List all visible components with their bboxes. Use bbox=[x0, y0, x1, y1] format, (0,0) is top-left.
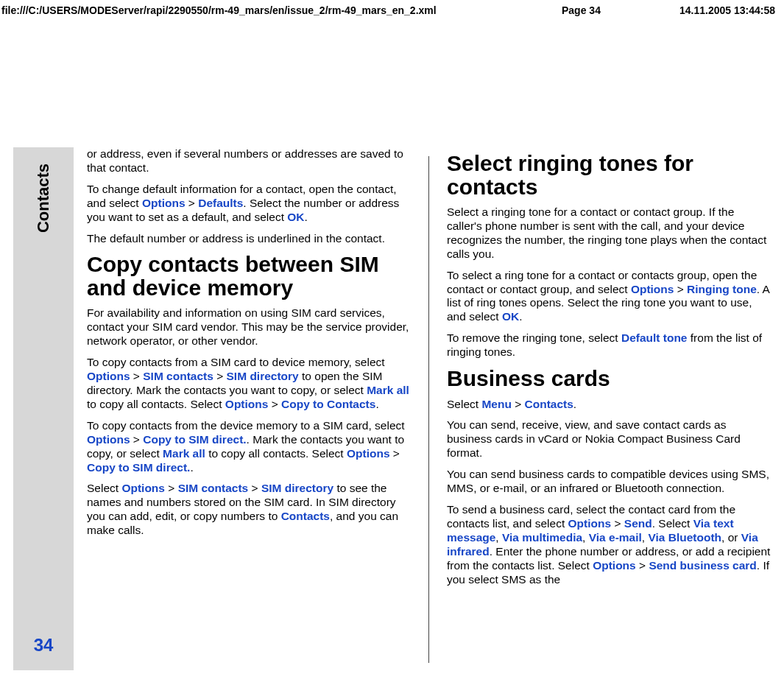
text: . bbox=[375, 398, 378, 410]
ui-option: Mark all bbox=[367, 384, 409, 396]
ui-option: Ringing tone bbox=[687, 283, 757, 295]
ui-option: Options bbox=[142, 197, 186, 209]
breadcrumb-separator: > bbox=[248, 482, 261, 494]
breadcrumb-separator: > bbox=[636, 559, 649, 572]
paragraph: To send a business card, select the cont… bbox=[447, 503, 771, 586]
breadcrumb-separator: > bbox=[165, 482, 178, 494]
sidebar-section-label: Contacts bbox=[34, 164, 53, 233]
ui-option: Mark all bbox=[163, 447, 205, 460]
ui-option: Options bbox=[121, 482, 165, 494]
header-date: 14.11.2005 13:44:58 bbox=[643, 4, 775, 16]
breadcrumb-separator: > bbox=[512, 398, 525, 410]
paragraph: Select Options > SIM contacts > SIM dire… bbox=[87, 482, 411, 538]
ui-option: Send bbox=[624, 517, 652, 530]
header-url: file:///C:/USERS/MODEServer/rapi/2290550… bbox=[0, 4, 562, 16]
ui-option: Copy to SIM direct. bbox=[87, 461, 190, 474]
ui-option: Options bbox=[87, 370, 130, 382]
ui-option: OK bbox=[502, 310, 519, 323]
paragraph: To change default information for a cont… bbox=[87, 183, 411, 225]
ui-option: Contacts bbox=[525, 398, 573, 410]
paragraph: You can send business cards to compatibl… bbox=[447, 468, 771, 496]
paragraph: To copy contacts from a SIM card to devi… bbox=[87, 356, 411, 412]
text: Select bbox=[447, 398, 481, 410]
page-body: Contacts 34 or address, even if several … bbox=[13, 147, 771, 670]
ui-option: SIM directory bbox=[261, 482, 333, 494]
text: . Select bbox=[652, 517, 693, 530]
text: , or bbox=[721, 531, 741, 544]
paragraph: To select a ring tone for a contact or c… bbox=[447, 269, 771, 325]
ui-option: Copy to Contacts bbox=[281, 398, 375, 410]
paragraph: To copy contacts from the device memory … bbox=[87, 419, 411, 475]
breadcrumb-separator: > bbox=[268, 398, 281, 410]
ui-option: SIM directory bbox=[227, 370, 299, 382]
text: . bbox=[190, 461, 193, 474]
breadcrumb-separator: > bbox=[213, 370, 227, 382]
paragraph: For availability and information on usin… bbox=[87, 306, 411, 348]
heading: Business cards bbox=[447, 367, 771, 390]
ui-option: Via multimedia bbox=[502, 531, 582, 544]
ui-option: Send business card bbox=[649, 559, 756, 572]
text: To copy contacts from a SIM card to devi… bbox=[87, 356, 385, 368]
print-header: file:///C:/USERS/MODEServer/rapi/2290550… bbox=[0, 0, 784, 19]
breadcrumb-separator: > bbox=[130, 370, 144, 382]
ui-option: Defaults bbox=[198, 197, 243, 209]
paragraph: To remove the ringing tone, select Defau… bbox=[447, 331, 771, 359]
breadcrumb-separator: > bbox=[674, 283, 687, 295]
ui-option: Options bbox=[347, 447, 390, 460]
column-right: Select ringing tones for contacts Select… bbox=[447, 147, 771, 670]
ui-option: Contacts bbox=[281, 510, 330, 522]
ui-option: Via e-mail bbox=[589, 531, 642, 544]
ui-option: Options bbox=[87, 433, 130, 446]
text: , bbox=[582, 531, 589, 544]
content-columns: or address, even if several numbers or a… bbox=[87, 147, 771, 670]
text: To remove the ringing tone, select bbox=[447, 331, 621, 344]
text: to copy all contacts. Select bbox=[87, 398, 225, 410]
ui-option: OK bbox=[287, 211, 304, 223]
ui-option: Options bbox=[631, 283, 674, 295]
sidebar-page-number: 34 bbox=[13, 635, 74, 656]
ui-option: SIM contacts bbox=[143, 370, 213, 382]
heading: Copy contacts between SIM and device mem… bbox=[87, 253, 411, 299]
text: , bbox=[495, 531, 502, 544]
column-divider bbox=[428, 156, 429, 663]
text: to copy all contacts. Select bbox=[205, 447, 347, 460]
text: . bbox=[519, 310, 522, 323]
paragraph: You can send, receive, view, and save co… bbox=[447, 418, 771, 460]
ui-option: Default tone bbox=[621, 331, 688, 344]
column-left: or address, even if several numbers or a… bbox=[87, 147, 411, 670]
sidebar: Contacts 34 bbox=[13, 147, 74, 670]
text: . bbox=[305, 211, 308, 223]
paragraph: or address, even if several numbers or a… bbox=[87, 147, 411, 175]
breadcrumb-separator: > bbox=[611, 517, 624, 530]
ui-option: Options bbox=[568, 517, 612, 530]
heading: Select ringing tones for contacts bbox=[447, 152, 771, 198]
paragraph: Select Menu > Contacts. bbox=[447, 398, 771, 412]
paragraph: The default number or address is underli… bbox=[87, 232, 411, 246]
paragraph: Select a ringing tone for a contact or c… bbox=[447, 206, 771, 261]
header-page: Page 34 bbox=[562, 4, 643, 16]
ui-option: Via Bluetooth bbox=[648, 531, 721, 544]
text: Select bbox=[87, 482, 121, 494]
ui-option: SIM contacts bbox=[178, 482, 249, 494]
ui-option: Options bbox=[225, 398, 269, 410]
ui-option: Menu bbox=[481, 398, 511, 410]
text: . bbox=[573, 398, 576, 410]
ui-option: Options bbox=[593, 559, 636, 572]
text: To copy contacts from the device memory … bbox=[87, 419, 405, 432]
breadcrumb-separator: > bbox=[390, 447, 400, 460]
breadcrumb-separator: > bbox=[130, 433, 144, 446]
ui-option: Copy to SIM direct. bbox=[143, 433, 246, 446]
breadcrumb-separator: > bbox=[186, 197, 199, 209]
